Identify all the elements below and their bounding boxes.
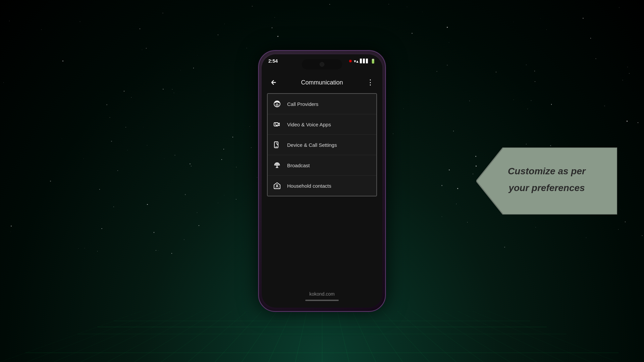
star — [184, 239, 184, 240]
notch-area: 2:54 ⏺ ▾▴ ▋▋▋ 🔋 — [262, 54, 382, 74]
star — [629, 73, 630, 74]
video-voice-label: Video & Voice Apps — [287, 122, 331, 127]
more-options-button[interactable]: ⋮ — [365, 77, 376, 88]
star — [535, 227, 536, 228]
star — [199, 225, 199, 226]
star — [469, 101, 470, 101]
star — [623, 80, 623, 80]
star — [172, 89, 172, 89]
star — [147, 145, 147, 145]
volume-down-button[interactable] — [258, 138, 259, 158]
volume-up-button[interactable] — [258, 111, 259, 131]
star — [586, 237, 587, 238]
status-bar: 2:54 ⏺ ▾▴ ▋▋▋ 🔋 — [268, 58, 376, 64]
svg-rect-1 — [276, 104, 278, 106]
app-title: Communication — [279, 79, 365, 86]
star — [526, 144, 527, 145]
star — [221, 159, 222, 160]
device-call-settings-label: Device & Call Settings — [287, 142, 337, 148]
star — [164, 159, 164, 159]
star — [247, 48, 247, 48]
star — [546, 29, 547, 30]
star — [85, 248, 85, 248]
callout-wrapper: Customize as per your preferences — [476, 147, 617, 215]
star — [250, 126, 250, 127]
star — [158, 250, 158, 251]
star — [442, 217, 442, 217]
star — [99, 189, 100, 190]
star — [604, 106, 605, 107]
broadcast-icon — [272, 161, 282, 170]
star — [224, 24, 225, 24]
star — [422, 12, 423, 12]
star — [619, 7, 620, 8]
star — [620, 209, 621, 209]
star — [277, 36, 278, 37]
star — [193, 68, 194, 68]
star — [453, 131, 454, 132]
star — [140, 28, 140, 29]
star — [171, 253, 172, 254]
star — [407, 7, 407, 7]
status-icons: ⏺ ▾▴ ▋▋▋ 🔋 — [348, 59, 376, 64]
star — [457, 188, 458, 189]
power-button[interactable] — [385, 125, 386, 155]
star — [447, 65, 448, 66]
star — [447, 27, 447, 27]
star — [531, 100, 531, 101]
star — [204, 90, 204, 91]
status-time: 2:54 — [268, 58, 278, 64]
star — [550, 145, 551, 146]
star — [252, 6, 253, 7]
star — [110, 117, 110, 118]
star — [111, 141, 112, 142]
star — [236, 167, 236, 167]
star — [583, 18, 584, 19]
star — [627, 67, 628, 67]
menu-item-household-contacts[interactable]: Household contacts — [268, 176, 376, 196]
home-indicator[interactable] — [305, 300, 339, 301]
star — [142, 50, 142, 50]
call-providers-icon — [272, 99, 282, 109]
star — [473, 174, 473, 174]
star — [638, 122, 638, 123]
star — [514, 100, 514, 100]
menu-item-device-call-settings[interactable]: Device & Call Settings — [268, 135, 376, 155]
svg-text:your preferences: your preferences — [508, 183, 585, 193]
star — [540, 18, 541, 19]
svg-point-8 — [276, 185, 278, 186]
video-voice-icon — [272, 120, 282, 129]
star — [10, 232, 11, 232]
phone-device: 2:54 ⏺ ▾▴ ▋▋▋ 🔋 — [258, 50, 386, 312]
star — [143, 127, 144, 127]
star — [496, 72, 496, 72]
wifi-icon: ▾▴ — [354, 59, 359, 64]
menu-item-broadcast[interactable]: Broadcast — [268, 155, 376, 176]
star — [62, 138, 62, 139]
record-icon: ⏺ — [348, 59, 353, 63]
battery-icon: 🔋 — [370, 59, 376, 64]
star — [84, 159, 84, 159]
menu-item-video-voice[interactable]: Video & Voice Apps — [268, 114, 376, 135]
star — [527, 109, 528, 109]
star — [596, 58, 596, 59]
signal-icon: ▋▋▋ — [360, 59, 369, 63]
back-button[interactable] — [268, 77, 279, 88]
star — [162, 13, 163, 13]
star — [236, 199, 236, 199]
website-label: kokond.com — [309, 291, 334, 297]
star — [437, 71, 437, 71]
star — [403, 108, 404, 109]
star — [154, 232, 154, 233]
star — [113, 206, 114, 207]
star — [106, 104, 107, 105]
star — [393, 133, 393, 134]
star — [131, 97, 132, 98]
app-bar: Communication ⋮ — [267, 74, 377, 90]
star — [156, 250, 156, 251]
star — [174, 93, 174, 93]
menu-item-call-providers[interactable]: Call Providers — [268, 94, 376, 114]
bottom-bar: kokond.com — [262, 291, 382, 301]
star — [62, 61, 63, 61]
star — [329, 4, 330, 5]
